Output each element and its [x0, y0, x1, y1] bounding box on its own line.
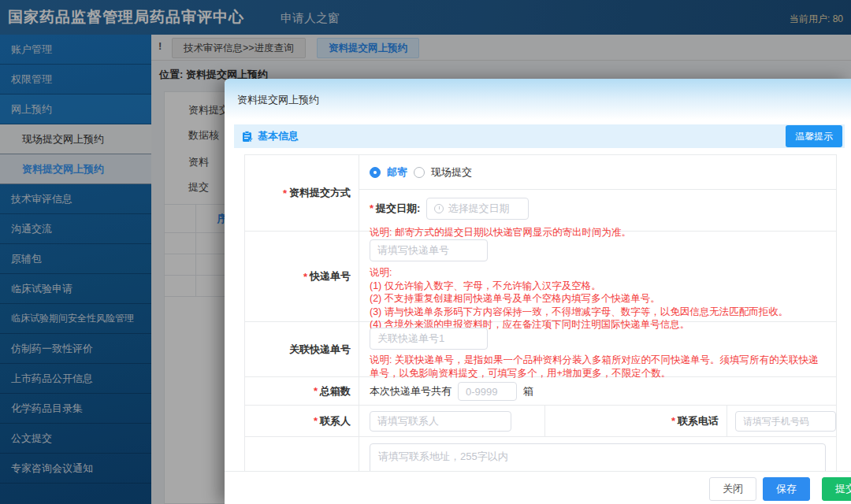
submit-date-input[interactable]: 选择提交日期	[426, 198, 529, 220]
clock-icon	[434, 204, 444, 213]
dialog-header: 资料提交网上预约	[225, 79, 851, 120]
express-note-2: (2) 不支持重复创建相同快递单号及单个空格内填写多个快递单号。	[370, 292, 826, 306]
total-boxes-label: * 总箱数	[245, 377, 359, 405]
phone-label: * 联系电话	[544, 406, 727, 436]
express-no-label: * 快递单号	[245, 232, 359, 321]
express-note-1: (1) 仅允许输入数字、字母，不允许输入汉字及空格。	[370, 280, 826, 293]
radio-onsite[interactable]	[414, 167, 425, 178]
basic-info-section-bar: 基本信息 温馨提示	[234, 124, 845, 148]
phone-input[interactable]: 请填写手机号码	[735, 411, 836, 432]
related-no-input[interactable]: 关联快递单号1	[370, 328, 488, 350]
express-note-3: (3) 请与快递单条形码下方内容保持一致，不得增减字母、数字等，以免因信息无法匹…	[370, 306, 826, 319]
radio-mail[interactable]	[370, 167, 381, 178]
total-boxes-prefix: 本次快递单号共有	[370, 384, 452, 398]
submit-method-label: * 资料提交方式	[245, 155, 359, 231]
section-title: 基本信息	[258, 129, 299, 143]
express-note-title: 说明:	[370, 266, 826, 280]
close-button[interactable]: 关闭	[709, 477, 756, 501]
radio-mail-label[interactable]: 邮寄	[387, 165, 407, 180]
contact-input[interactable]: 请填写联系人	[370, 411, 511, 432]
total-boxes-input[interactable]: 0-9999	[458, 382, 517, 401]
related-no-label: 关联快递单号	[245, 322, 359, 376]
related-note: 说明: 关联快递单号，是指如果一个品种资料分装入多箱所对应的不同快递单号。须填写…	[370, 354, 826, 380]
clipboard-icon	[242, 131, 253, 143]
total-boxes-suffix: 箱	[523, 384, 533, 398]
dialog-title: 资料提交网上预约	[237, 93, 319, 107]
submit-button[interactable]: 提交	[822, 477, 851, 501]
tip-button[interactable]: 温馨提示	[786, 125, 842, 147]
app-window: 国家药品监督管理局药品审评中心 申请人之窗 当前用户: 80 账户管理 权限管理…	[0, 0, 851, 504]
submit-date-label: *提交日期:	[370, 202, 420, 216]
dialog-footer: 关闭 保存 提交	[225, 471, 851, 504]
material-booking-dialog: 资料提交网上预约 基本信息 温馨提示	[225, 79, 851, 504]
express-no-input[interactable]: 请填写快递单号	[370, 239, 488, 261]
save-button[interactable]: 保存	[763, 477, 810, 501]
contact-label: * 联系人	[245, 406, 359, 436]
radio-onsite-label[interactable]: 现场提交	[431, 165, 472, 180]
required-asterisk: *	[283, 187, 287, 199]
booking-form: * 资料提交方式 邮寄 现场提交 *提交日期:	[244, 154, 837, 504]
